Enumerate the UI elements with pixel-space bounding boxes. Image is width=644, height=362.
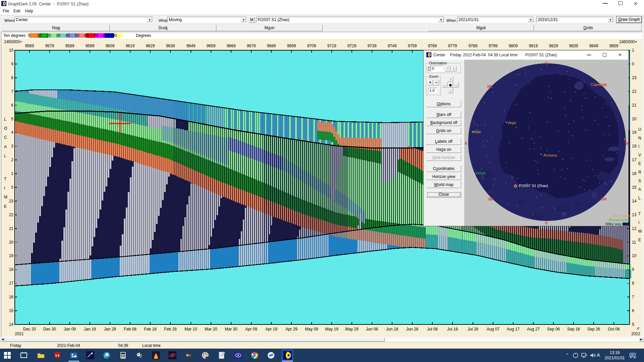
svg-text:1: 1 xyxy=(634,356,636,359)
svg-text:6: 6 xyxy=(158,356,159,359)
